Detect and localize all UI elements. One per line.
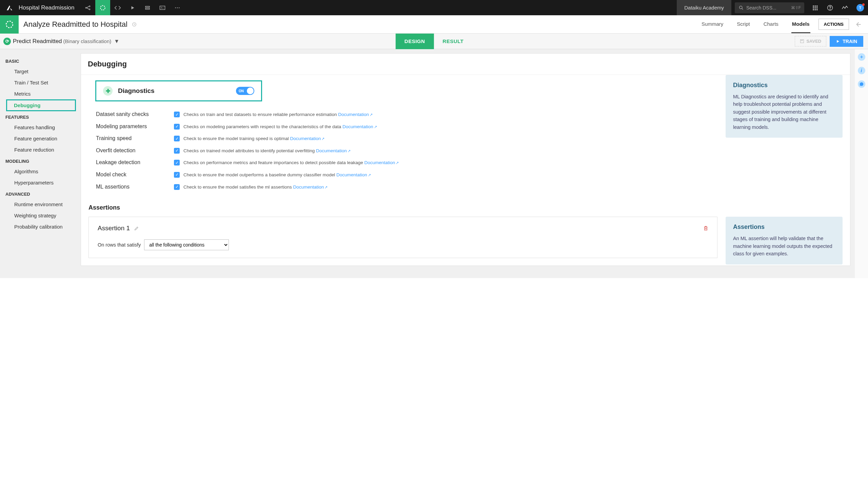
svg-rect-5 xyxy=(145,8,150,9)
svg-rect-17 xyxy=(813,9,814,10)
filter-select[interactable]: all the following conditions xyxy=(144,239,229,250)
check-label-overfit: Overfit detection xyxy=(96,147,174,154)
diagnostics-toggle[interactable]: ON xyxy=(236,87,254,95)
svg-rect-16 xyxy=(816,7,817,8)
panel-title: Debugging xyxy=(81,54,850,75)
lab-icon[interactable] xyxy=(95,0,110,15)
flow-icon[interactable] xyxy=(80,0,95,15)
check-desc-modelcheck: Check to ensure the model outperforms a … xyxy=(183,171,710,179)
predict-kind: (Binary classification) xyxy=(63,38,112,44)
train-button[interactable]: TRAIN xyxy=(830,36,863,47)
saved-label: SAVED xyxy=(806,39,821,44)
tab-design[interactable]: DESIGN xyxy=(396,34,434,49)
doc-link[interactable]: Documentation↗ xyxy=(336,172,371,177)
check-box-modelcheck[interactable]: ✓ xyxy=(174,172,180,178)
sidebar-item-features-handling[interactable]: Features handling xyxy=(0,122,81,133)
avatar[interactable]: T xyxy=(856,4,864,12)
sidebar-item-prob-calibration[interactable]: Probability calibration xyxy=(0,221,81,232)
app-logo[interactable] xyxy=(0,4,19,12)
run-icon[interactable] xyxy=(125,0,140,15)
actions-button[interactable]: ACTIONS xyxy=(818,19,849,30)
subheader-tabs: Summary Script Charts Models xyxy=(701,16,810,33)
sidebar-item-hyperparameters[interactable]: Hyperparameters xyxy=(0,177,81,188)
doc-link[interactable]: Documentation↗ xyxy=(342,124,377,129)
back-arrow-icon[interactable] xyxy=(855,21,868,27)
refresh-icon[interactable] xyxy=(132,22,137,27)
doc-link[interactable]: Documentation↗ xyxy=(338,112,373,117)
check-box-assertions[interactable]: ✓ xyxy=(174,184,180,190)
trash-icon[interactable] xyxy=(703,226,708,231)
design-result-tabs: DESIGN RESULT xyxy=(396,34,472,49)
recipe-icon xyxy=(0,15,19,34)
sidebar-item-target[interactable]: Target xyxy=(0,66,81,77)
tab-summary[interactable]: Summary xyxy=(701,16,724,33)
sidebar-item-feature-generation[interactable]: Feature generation xyxy=(0,133,81,144)
saved-button[interactable]: SAVED xyxy=(795,36,826,46)
svg-rect-18 xyxy=(815,9,816,10)
sidebar-item-metrics[interactable]: Metrics xyxy=(0,88,81,99)
activity-icon[interactable] xyxy=(837,0,852,15)
academy-link[interactable]: Dataiku Academy xyxy=(677,0,731,15)
rail-chat-icon[interactable] xyxy=(858,80,865,88)
filter-label: On rows that satisfy xyxy=(98,242,141,248)
check-label-speed: Training speed xyxy=(96,135,174,141)
svg-rect-4 xyxy=(145,6,150,7)
chevron-down-icon[interactable]: ▼ xyxy=(114,38,119,44)
model-bar: ⟳ Predict Readmitted (Binary classificat… xyxy=(0,34,868,49)
sidebar-section-basic: BASIC xyxy=(0,55,81,66)
sub-header: Analyze Readmitted to Hospital Summary S… xyxy=(0,15,868,34)
tab-script[interactable]: Script xyxy=(736,16,750,33)
svg-point-22 xyxy=(6,21,13,28)
check-box-leakage[interactable]: ✓ xyxy=(174,160,180,165)
apps-icon[interactable] xyxy=(808,0,823,15)
external-link-icon: ↗ xyxy=(324,185,328,189)
search-input[interactable]: Search DSS... ⌘⇧F xyxy=(735,2,804,13)
check-label-leakage: Leakage detection xyxy=(96,159,174,165)
doc-link[interactable]: Documentation↗ xyxy=(316,148,351,153)
rail-info-icon[interactable]: i xyxy=(858,67,865,74)
check-desc-speed: Check to ensure the model training speed… xyxy=(183,135,710,142)
info-title: Assertions xyxy=(733,223,835,231)
doc-link[interactable]: Documentation↗ xyxy=(364,160,399,165)
svg-rect-6 xyxy=(160,6,165,9)
sidebar-item-train-test[interactable]: Train / Test Set xyxy=(0,77,81,88)
sidebar-item-runtime-env[interactable]: Runtime environment xyxy=(0,199,81,210)
sidebar-item-feature-reduction[interactable]: Feature reduction xyxy=(0,144,81,155)
tab-charts[interactable]: Charts xyxy=(763,16,779,33)
svg-rect-15 xyxy=(815,7,816,8)
check-box-dataset[interactable]: ✓ xyxy=(174,112,180,117)
diagnostics-checks: Dataset sanity checks ✓ Checks on train … xyxy=(88,111,717,201)
svg-rect-11 xyxy=(813,5,814,6)
assertions-info-box: Assertions An ML assertion will help val… xyxy=(726,217,843,264)
edit-icon[interactable] xyxy=(134,226,139,231)
info-title: Diagnostics xyxy=(733,82,835,89)
svg-point-7 xyxy=(175,7,176,8)
more-icon[interactable] xyxy=(170,0,185,15)
main-content: Debugging ✚ Diagnostics ON Dataset sanit… xyxy=(81,49,854,278)
check-label-modelcheck: Model check xyxy=(96,171,174,178)
external-link-icon: ↗ xyxy=(370,113,373,117)
top-bar: Hospital Readmission Dataiku Academy Sea… xyxy=(0,0,868,15)
predict-icon: ⟳ xyxy=(3,38,11,45)
check-box-speed[interactable]: ✓ xyxy=(174,136,180,141)
sidebar-item-algorithms[interactable]: Algorithms xyxy=(0,166,81,177)
project-name[interactable]: Hospital Readmission xyxy=(19,4,80,11)
sidebar-item-debugging[interactable]: Debugging xyxy=(6,99,76,111)
doc-link[interactable]: Documentation↗ xyxy=(293,184,328,190)
stack-icon[interactable] xyxy=(140,0,155,15)
info-body: An ML assertion will help validate that … xyxy=(733,235,835,257)
svg-point-1 xyxy=(89,6,90,7)
sidebar: BASIC Target Train / Test Set Metrics De… xyxy=(0,49,81,278)
assertion-title: Assertion 1 xyxy=(98,224,130,232)
right-rail: ＋ i xyxy=(854,49,868,278)
dashboard-icon[interactable] xyxy=(155,0,170,15)
check-box-modeling[interactable]: ✓ xyxy=(174,124,180,130)
rail-add-icon[interactable]: ＋ xyxy=(858,53,865,61)
code-icon[interactable] xyxy=(110,0,125,15)
tab-result[interactable]: RESULT xyxy=(434,34,472,49)
tab-models[interactable]: Models xyxy=(791,16,810,33)
check-box-overfit[interactable]: ✓ xyxy=(174,148,180,154)
sidebar-item-weighting[interactable]: Weighting strategy xyxy=(0,210,81,221)
doc-link[interactable]: Documentation↗ xyxy=(290,136,324,141)
help-icon[interactable] xyxy=(823,0,837,15)
